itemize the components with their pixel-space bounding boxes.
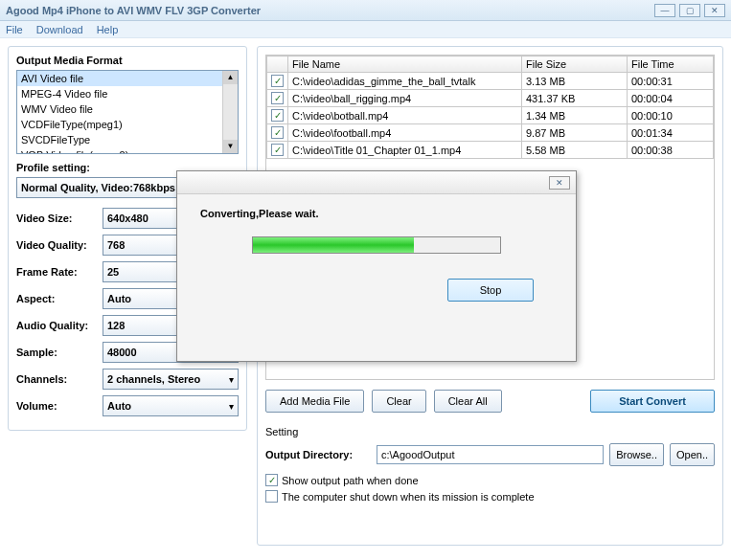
file-table: File Name File Size File Time ✓C:\video\… (266, 56, 714, 159)
menu-help[interactable]: Help (97, 24, 119, 35)
frame-rate-label: Frame Rate: (16, 266, 103, 278)
audio-quality-label: Audio Quality: (16, 320, 103, 331)
menu-bar: File Download Help (0, 21, 731, 38)
setting-label: Setting (265, 426, 715, 437)
table-row[interactable]: ✓C:\video\football.mp49.87 MB00:01:34 (267, 124, 714, 142)
show-output-checkbox[interactable]: ✓ (265, 474, 278, 486)
stop-button[interactable]: Stop (447, 279, 534, 302)
table-row[interactable]: ✓C:\video\adidas_gimme_the_ball_tvtalk3.… (267, 73, 714, 90)
row-checkbox[interactable]: ✓ (271, 92, 284, 104)
menu-download[interactable]: Download (36, 24, 83, 35)
show-output-label: Show output path when done (282, 475, 419, 486)
menu-file[interactable]: File (6, 24, 23, 35)
scrollbar[interactable] (222, 71, 238, 153)
aspect-label: Aspect: (16, 293, 103, 304)
row-checkbox[interactable]: ✓ (271, 126, 284, 139)
title-bar: Agood Mp4 iPhone to AVI WMV FLV 3GP Conv… (0, 0, 731, 21)
col-filename[interactable]: File Name (288, 56, 522, 73)
video-quality-label: Video Quality: (16, 239, 103, 251)
maximize-button[interactable]: ▢ (679, 4, 700, 17)
shutdown-label: The computer shut down when its mission … (282, 491, 535, 503)
table-row[interactable]: ✓C:\video\Title 01_Chapter 01_1.mp45.58 … (267, 142, 714, 159)
col-filetime[interactable]: File Time (628, 56, 714, 73)
open-button[interactable]: Open.. (670, 443, 715, 466)
format-listbox[interactable]: AVI Video file MPEG-4 Video file WMV Vid… (16, 70, 239, 154)
channels-dropdown[interactable]: 2 channels, Stereo (103, 369, 239, 390)
minimize-button[interactable]: — (654, 4, 675, 17)
clear-button[interactable]: Clear (372, 390, 425, 413)
row-checkbox[interactable]: ✓ (271, 144, 284, 156)
list-item[interactable]: AVI Video file (17, 71, 238, 86)
table-row[interactable]: ✓C:\video\botball.mp41.34 MB00:00:10 (267, 107, 714, 124)
output-directory-label: Output Directory: (265, 449, 371, 460)
video-size-label: Video Size: (16, 213, 103, 224)
progress-bar (252, 236, 501, 254)
dialog-message: Converting,Please wait. (200, 208, 553, 219)
start-convert-button[interactable]: Start Convert (590, 390, 715, 413)
output-format-label: Output Media Format (16, 55, 239, 66)
volume-dropdown[interactable]: Auto (103, 395, 239, 416)
progress-fill (253, 237, 414, 253)
browse-button[interactable]: Browse.. (609, 443, 664, 466)
channels-label: Channels: (16, 373, 103, 385)
list-item[interactable]: VCDFileType(mpeg1) (17, 117, 238, 132)
col-filesize[interactable]: File Size (522, 56, 628, 73)
list-item[interactable]: MPEG-4 Video file (17, 86, 238, 101)
output-directory-input[interactable]: c:\AgoodOutput (377, 445, 604, 464)
col-checkbox[interactable] (267, 56, 288, 73)
converting-dialog: ✕ Converting,Please wait. Stop (176, 170, 577, 362)
list-item[interactable]: VOB Video file(mpeg2) (17, 147, 238, 154)
row-checkbox[interactable]: ✓ (271, 109, 284, 122)
volume-label: Volume: (16, 400, 103, 412)
dialog-close-button[interactable]: ✕ (549, 176, 570, 190)
clear-all-button[interactable]: Clear All (434, 390, 502, 413)
row-checkbox[interactable]: ✓ (271, 75, 284, 87)
close-button[interactable]: ✕ (704, 4, 725, 17)
list-item[interactable]: WMV Video file (17, 101, 238, 117)
shutdown-checkbox[interactable] (265, 490, 278, 503)
list-item[interactable]: SVCDFileType (17, 132, 238, 147)
add-media-button[interactable]: Add Media File (265, 390, 364, 413)
sample-label: Sample: (16, 347, 103, 358)
table-row[interactable]: ✓C:\video\ball_rigging.mp4431.37 KB00:00… (267, 90, 714, 107)
window-title: Agood Mp4 iPhone to AVI WMV FLV 3GP Conv… (6, 5, 261, 16)
